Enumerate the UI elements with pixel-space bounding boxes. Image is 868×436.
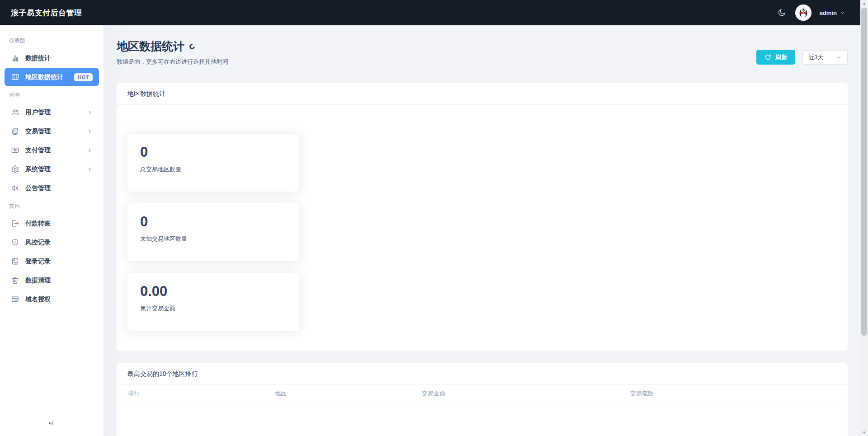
chevron-down-icon	[836, 55, 842, 60]
page-header-left: 地区数据统计 数据是的，更多可在右边进行选择其他时间	[117, 39, 228, 66]
sidebar-item-risk-records[interactable]: 风控记录	[5, 233, 99, 252]
sidebar-footer	[0, 416, 104, 430]
region-stats-card-header: 地区数据统计	[117, 83, 848, 105]
chevron-right-icon	[87, 128, 93, 134]
sidebar-item-label: 风控记录	[25, 239, 51, 247]
sidebar-item-label: 域名授权	[25, 295, 51, 304]
stat-value: 0	[140, 214, 287, 230]
stat-label: 未知交易地区数量	[140, 235, 287, 243]
topbar-right: admin	[776, 5, 868, 21]
sidebar-item-domain-auth[interactable]: 域名授权	[5, 290, 99, 309]
region-stats-card-body: 0 总交易地区数量 0 未知交易地区数量 0.00 累计交易金额	[117, 105, 848, 351]
chevron-right-icon	[87, 109, 93, 115]
sidebar-item-data-stats[interactable]: 数据统计	[5, 49, 99, 67]
top-regions-card-header: 最高交易的10个地区排行	[117, 363, 848, 385]
time-range-value: 近3天	[808, 53, 823, 61]
username: admin	[820, 9, 837, 16]
collapse-sidebar-icon[interactable]	[45, 416, 59, 430]
sidebar-item-data-clean[interactable]: 数据清理	[5, 271, 99, 290]
trash-icon	[11, 276, 19, 285]
sidebar-item-trade-manage[interactable]: 交易管理	[5, 122, 99, 141]
sidebar-section-manage: 管理	[0, 87, 104, 103]
page-subtitle: 数据是的，更多可在右边进行选择其他时间	[117, 58, 228, 66]
stat-label: 累计交易金额	[140, 305, 287, 313]
sidebar-item-payment-transfer[interactable]: 付款转账	[5, 214, 99, 233]
sidebar-item-label: 系统管理	[25, 165, 51, 173]
hot-badge: HOT	[74, 73, 93, 81]
app-title: 浪子易支付后台管理	[11, 8, 82, 18]
sidebar: 仪表版 数据统计 地区数据统计 HOT 管理 用户管理	[0, 25, 104, 436]
column-rank: 排行	[128, 389, 275, 398]
avatar[interactable]	[795, 5, 811, 21]
ranking-table-header: 排行 地区 交易金额 交易笔数	[117, 385, 848, 402]
loading-spinner-icon	[189, 42, 196, 50]
gear-icon	[11, 165, 19, 173]
transfer-out-icon	[11, 219, 19, 228]
scroll-down-arrow[interactable]: ▼	[860, 429, 868, 436]
ranking-table-body	[117, 402, 848, 436]
sidebar-item-system-manage[interactable]: 系统管理	[5, 160, 99, 178]
document-icon	[11, 257, 19, 266]
sidebar-item-pay-manage[interactable]: 支付管理	[5, 141, 99, 159]
scrollbar-thumb[interactable]	[861, 8, 867, 336]
stat-card-total-amount: 0.00 累计交易金额	[127, 273, 299, 331]
sidebar-item-region-stats[interactable]: 地区数据统计 HOT	[5, 68, 99, 86]
card-transfer-icon	[11, 146, 19, 155]
chevron-down-icon	[840, 10, 845, 16]
page-header: 地区数据统计 数据是的，更多可在右边进行选择其他时间 刷新 近3天	[117, 39, 848, 66]
topbar: 浪子易支付后台管理 admin	[0, 0, 868, 25]
region-stats-card: 地区数据统计 0 总交易地区数量 0 未知交易地区数量 0.00 累计交易金额	[117, 83, 848, 351]
column-count: 交易笔数	[630, 389, 848, 398]
sidebar-item-label: 数据统计	[25, 54, 51, 62]
shield-alert-icon	[11, 238, 19, 247]
page-header-actions: 刷新 近3天	[756, 50, 848, 65]
top-regions-card: 最高交易的10个地区排行 排行 地区 交易金额 交易笔数	[117, 363, 848, 436]
sidebar-item-label: 登录记录	[25, 258, 51, 266]
sidebar-section-dashboard: 仪表版	[0, 33, 104, 48]
sidebar-item-label: 数据清理	[25, 277, 51, 285]
browser-icon	[11, 295, 19, 304]
refresh-button[interactable]: 刷新	[756, 50, 795, 65]
chevron-right-icon	[87, 147, 93, 153]
map-icon	[11, 73, 19, 81]
sidebar-item-label: 支付管理	[25, 146, 51, 155]
stat-card-total-regions: 0 总交易地区数量	[127, 134, 299, 192]
vertical-scrollbar[interactable]: ▲ ▼	[860, 0, 868, 436]
main-content: 地区数据统计 数据是的，更多可在右边进行选择其他时间 刷新 近3天 地区数据统计	[104, 25, 860, 436]
sidebar-item-user-manage[interactable]: 用户管理	[5, 103, 99, 122]
sidebar-section-other: 其他	[0, 198, 104, 214]
sidebar-item-label: 用户管理	[25, 108, 51, 117]
speaker-icon	[11, 184, 19, 192]
column-region: 地区	[275, 389, 422, 398]
bar-chart-icon	[11, 54, 19, 62]
sidebar-item-login-records[interactable]: 登录记录	[5, 252, 99, 271]
sidebar-item-label: 地区数据统计	[25, 73, 63, 81]
time-range-select[interactable]: 近3天	[802, 50, 848, 65]
refresh-button-label: 刷新	[775, 53, 787, 61]
sidebar-item-label: 付款转账	[25, 220, 51, 228]
stat-value: 0.00	[140, 284, 287, 299]
sidebar-item-label: 交易管理	[25, 127, 51, 136]
stat-card-unknown-regions: 0 未知交易地区数量	[127, 203, 299, 261]
page-title: 地区数据统计	[117, 39, 184, 54]
sidebar-item-label: 公告管理	[25, 184, 51, 192]
chevron-right-icon	[87, 166, 93, 172]
theme-moon-icon[interactable]	[776, 7, 787, 18]
scroll-up-arrow[interactable]: ▲	[860, 0, 868, 7]
stat-value: 0	[140, 145, 287, 160]
user-menu[interactable]: admin	[820, 9, 845, 16]
file-copy-icon	[11, 127, 19, 136]
sidebar-item-announce-manage[interactable]: 公告管理	[5, 179, 99, 197]
column-amount: 交易金额	[422, 389, 630, 398]
refresh-icon	[764, 54, 771, 61]
stat-label: 总交易地区数量	[140, 165, 287, 173]
users-icon	[11, 108, 19, 117]
